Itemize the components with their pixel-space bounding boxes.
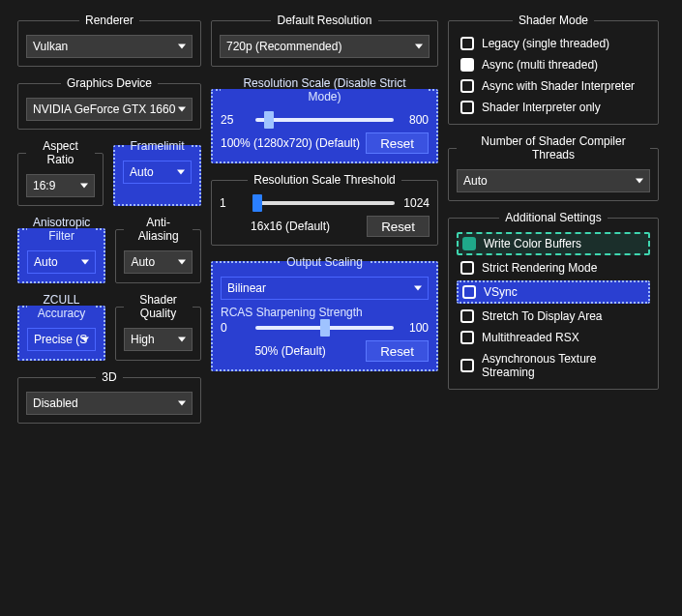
zcull-accuracy-select[interactable]: Precise (S xyxy=(27,328,96,351)
default-resolution-label: Default Resolution xyxy=(271,14,377,27)
chevron-down-icon xyxy=(636,179,643,184)
shader-mode-options: Legacy (single threaded) Async (multi th… xyxy=(457,35,650,116)
chevron-down-icon xyxy=(80,184,88,189)
renderer-select[interactable]: Vulkan xyxy=(26,35,193,58)
radio-icon xyxy=(460,101,474,114)
opt-stretch-display[interactable]: Stretch To Display Area xyxy=(457,308,650,325)
chevron-down-icon xyxy=(178,337,186,342)
anti-aliasing-select[interactable]: Auto xyxy=(124,250,193,274)
resolution-scale-max: 800 xyxy=(400,113,429,127)
rcas-reset-button[interactable]: Reset xyxy=(366,340,429,362)
additional-settings-label: Additional Settings xyxy=(499,211,607,224)
3d-group: 3D Disabled xyxy=(17,370,201,424)
resolution-scale-label: Resolution Scale (Disable Strict Mode) xyxy=(221,76,429,103)
shader-mode-async-interp[interactable]: Async with Shader Interpreter xyxy=(457,77,650,95)
renderer-label: Renderer xyxy=(79,14,139,27)
aspect-ratio-select[interactable]: 16:9 xyxy=(26,174,95,197)
resolution-scale-threshold-group: Resolution Scale Threshold 1 1024 16x16 … xyxy=(211,173,438,246)
chevron-down-icon xyxy=(414,286,422,291)
shader-mode-async[interactable]: Async (multi threaded) xyxy=(457,56,650,73)
checkbox-icon xyxy=(460,261,474,275)
rcas-min: 0 xyxy=(221,321,250,335)
checkbox-icon xyxy=(462,285,476,299)
rcas-slider[interactable] xyxy=(255,326,394,330)
zcull-accuracy-label: ZCULL Accuracy xyxy=(27,293,96,320)
anisotropic-filter-select[interactable]: Auto xyxy=(27,250,96,274)
chevron-down-icon xyxy=(178,260,186,265)
slider-thumb[interactable] xyxy=(252,194,262,212)
chevron-down-icon xyxy=(81,260,89,265)
radio-icon xyxy=(460,37,474,50)
chevron-down-icon xyxy=(178,44,186,49)
opt-strict-rendering[interactable]: Strict Rendering Mode xyxy=(457,259,650,277)
radio-icon xyxy=(460,58,474,72)
output-scaling-group: Output Scaling Bilinear RCAS Sharpening … xyxy=(211,255,438,371)
shader-quality-label: Shader Quality xyxy=(124,293,193,320)
shader-mode-interp-only[interactable]: Shader Interpreter only xyxy=(457,99,650,116)
res-thresh-slider[interactable] xyxy=(254,201,395,205)
renderer-group: Renderer Vulkan xyxy=(17,14,201,67)
checkbox-icon xyxy=(460,309,474,323)
chevron-down-icon xyxy=(178,401,186,406)
rcas-status: 50% (Default) xyxy=(221,344,360,358)
shader-quality-group: Shader Quality High xyxy=(115,293,201,361)
output-scaling-label: Output Scaling xyxy=(281,255,369,269)
framelimit-label: Framelimit xyxy=(125,139,191,153)
default-resolution-group: Default Resolution 720p (Recommended) xyxy=(211,14,438,67)
shader-mode-legacy[interactable]: Legacy (single threaded) xyxy=(457,35,650,52)
res-thresh-max: 1024 xyxy=(400,196,430,210)
res-thresh-reset-button[interactable]: Reset xyxy=(367,216,430,237)
additional-settings-group: Additional Settings Write Color Buffers … xyxy=(448,211,659,390)
opt-write-color-buffers[interactable]: Write Color Buffers xyxy=(457,232,650,255)
shader-threads-select[interactable]: Auto xyxy=(457,169,650,192)
resolution-scale-group: Resolution Scale (Disable Strict Mode) 2… xyxy=(211,76,438,163)
graphics-device-label: Graphics Device xyxy=(61,76,158,90)
shader-mode-label: Shader Mode xyxy=(513,14,594,27)
output-scaling-select[interactable]: Bilinear xyxy=(221,277,429,300)
checkbox-icon xyxy=(460,359,474,372)
opt-async-texture-streaming[interactable]: Asynchronous Texture Streaming xyxy=(457,350,650,381)
resolution-scale-status: 100% (1280x720) (Default) xyxy=(221,136,360,150)
res-thresh-min: 1 xyxy=(220,196,249,210)
aspect-ratio-group: Aspect Ratio 16:9 xyxy=(17,139,104,206)
radio-icon xyxy=(460,79,474,93)
anti-aliasing-label: Anti-Aliasing xyxy=(124,216,193,243)
resolution-scale-slider[interactable] xyxy=(255,118,394,122)
chevron-down-icon xyxy=(178,107,186,112)
anisotropic-filter-label: Anisotropic Filter xyxy=(27,216,96,243)
framelimit-group: Framelimit Auto xyxy=(113,139,201,206)
graphics-device-select[interactable]: NVIDIA GeForce GTX 1660 xyxy=(26,98,193,121)
checkbox-icon xyxy=(462,237,476,250)
chevron-down-icon xyxy=(415,44,423,49)
resolution-scale-reset-button[interactable]: Reset xyxy=(366,132,429,154)
opt-vsync[interactable]: VSync xyxy=(457,280,650,304)
opt-multithreaded-rsx[interactable]: Multithreaded RSX xyxy=(457,329,650,346)
chevron-down-icon xyxy=(177,170,185,175)
checkbox-icon xyxy=(460,331,474,344)
resolution-scale-threshold-label: Resolution Scale Threshold xyxy=(248,173,401,187)
additional-settings-options: Write Color Buffers Strict Rendering Mod… xyxy=(457,232,650,381)
slider-thumb[interactable] xyxy=(320,319,330,337)
zcull-accuracy-group: ZCULL Accuracy Precise (S xyxy=(17,293,105,361)
3d-select[interactable]: Disabled xyxy=(26,392,193,415)
framelimit-select[interactable]: Auto xyxy=(123,161,192,184)
resolution-scale-min: 25 xyxy=(221,113,250,127)
3d-label: 3D xyxy=(96,370,122,384)
chevron-down-icon xyxy=(81,337,89,342)
anti-aliasing-group: Anti-Aliasing Auto xyxy=(115,216,201,283)
shader-threads-label: Number of Shader Compiler Threads xyxy=(457,134,650,161)
shader-threads-group: Number of Shader Compiler Threads Auto xyxy=(448,134,659,201)
shader-mode-group: Shader Mode Legacy (single threaded) Asy… xyxy=(448,14,659,125)
res-thresh-status: 16x16 (Default) xyxy=(220,220,361,233)
anisotropic-filter-group: Anisotropic Filter Auto xyxy=(17,216,105,283)
rcas-label: RCAS Sharpening Strength xyxy=(221,306,429,319)
graphics-device-group: Graphics Device NVIDIA GeForce GTX 1660 xyxy=(17,76,201,130)
default-resolution-select[interactable]: 720p (Recommended) xyxy=(220,35,430,58)
shader-quality-select[interactable]: High xyxy=(124,328,193,351)
rcas-max: 100 xyxy=(400,321,429,335)
slider-thumb[interactable] xyxy=(264,111,274,129)
aspect-ratio-label: Aspect Ratio xyxy=(26,139,95,166)
